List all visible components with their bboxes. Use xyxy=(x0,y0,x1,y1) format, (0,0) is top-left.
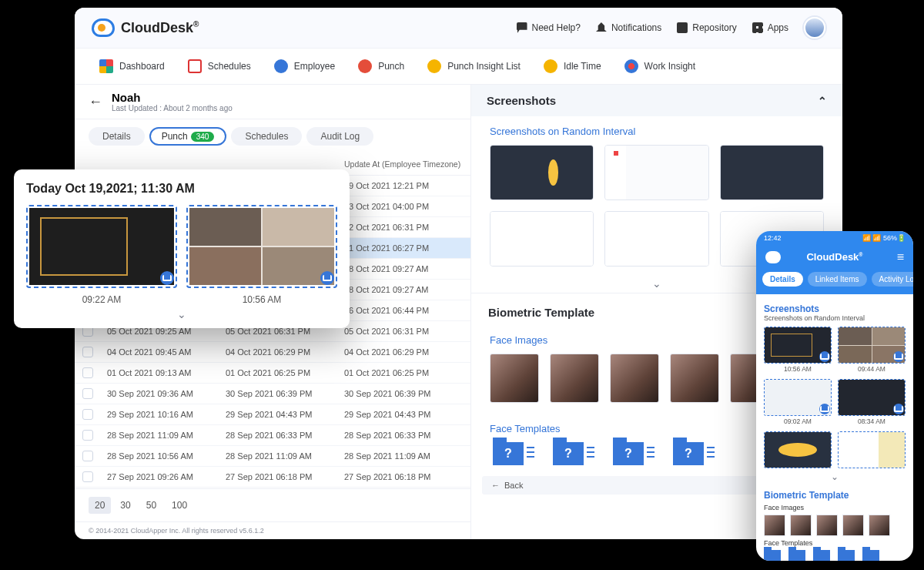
face-image[interactable] xyxy=(610,354,659,403)
popup-screenshot[interactable] xyxy=(186,205,337,288)
tab-audit-log[interactable]: Audit Log xyxy=(306,127,373,146)
screenshots-title: Screenshots xyxy=(487,94,556,107)
apps-link[interactable]: Apps xyxy=(752,22,788,33)
row-checkbox[interactable] xyxy=(82,409,93,420)
tab-punch[interactable]: Punch340 xyxy=(149,127,227,146)
user-avatar[interactable] xyxy=(804,17,825,39)
phone-face[interactable] xyxy=(764,515,785,536)
page-size-30[interactable]: 30 xyxy=(114,497,136,514)
nav-punch-insight[interactable]: Punch Insight List xyxy=(417,55,531,78)
nav-dashboard[interactable]: Dashboard xyxy=(89,55,176,78)
phone-face-row xyxy=(764,515,906,536)
face-image[interactable] xyxy=(550,354,599,403)
phone-screenshot[interactable] xyxy=(764,327,832,364)
notifications-link[interactable]: Notifications xyxy=(596,22,661,33)
row-checkbox[interactable] xyxy=(82,430,93,441)
template-folder[interactable]: ? xyxy=(613,442,644,465)
page-size-selector: 20 30 50 100 xyxy=(75,488,470,521)
cell: 04 Oct 2021 06:29 PM xyxy=(226,347,344,357)
nav-idle-time[interactable]: Idle Time xyxy=(533,55,612,78)
phone-screenshot[interactable] xyxy=(838,379,906,416)
cell: 11 Oct 2021 06:27 PM xyxy=(344,243,463,253)
screenshot-thumb[interactable] xyxy=(490,145,594,200)
main-nav: Dashboard Schedules Employee Punch Punch… xyxy=(75,49,842,85)
row-checkbox[interactable] xyxy=(82,451,93,461)
punch-count-badge: 340 xyxy=(191,132,215,142)
table-row[interactable]: 28 Sep 2021 10:56 AM28 Sep 2021 11:09 AM… xyxy=(75,446,470,467)
back-arrow-icon[interactable]: ← xyxy=(89,94,102,110)
phone-body[interactable]: Screenshots Screenshots on Random Interv… xyxy=(756,294,913,561)
cell: 01 Oct 2021 06:25 PM xyxy=(226,368,344,377)
hamburger-icon[interactable]: ≡ xyxy=(897,250,904,264)
table-row[interactable]: 27 Sep 2021 09:26 AM27 Sep 2021 06:18 PM… xyxy=(75,467,470,488)
cell: 04 Oct 2021 09:45 AM xyxy=(107,347,226,357)
tab-details[interactable]: Details xyxy=(89,127,145,146)
phone-tab-linked[interactable]: Linked Items xyxy=(808,272,867,287)
phone-screenshot[interactable] xyxy=(764,431,832,468)
popup-title: Today Oct 19,2021; 11:30 AM xyxy=(26,182,337,196)
cell: 28 Sep 2021 06:33 PM xyxy=(344,431,463,440)
popup-screenshot[interactable] xyxy=(26,205,177,288)
phone-face[interactable] xyxy=(816,515,838,536)
phone-folder[interactable] xyxy=(788,550,805,561)
table-row[interactable]: 04 Oct 2021 09:45 AM04 Oct 2021 06:29 PM… xyxy=(75,342,470,363)
chevron-up-icon[interactable]: ⌃ xyxy=(818,95,827,107)
phone-tab-activity[interactable]: Activity Log xyxy=(872,272,914,287)
row-checkbox[interactable] xyxy=(82,347,93,357)
star-icon xyxy=(544,59,557,73)
row-checkbox[interactable] xyxy=(82,367,93,378)
phone-screenshot[interactable] xyxy=(838,327,906,364)
phone-tab-details[interactable]: Details xyxy=(762,272,803,287)
page-size-100[interactable]: 100 xyxy=(166,497,193,514)
nav-work-insight[interactable]: Work Insight xyxy=(614,55,706,78)
table-row[interactable]: 01 Oct 2021 09:13 AM01 Oct 2021 06:25 PM… xyxy=(75,363,470,384)
phone-folder[interactable] xyxy=(764,550,781,561)
back-arrow-icon: ← xyxy=(491,481,500,490)
page-size-20[interactable]: 20 xyxy=(89,497,111,514)
phone-status-bar: 12:42📶 📶 56%🔋 xyxy=(756,231,913,245)
table-row[interactable]: 30 Sep 2021 09:36 AM30 Sep 2021 06:39 PM… xyxy=(75,384,470,404)
template-folder[interactable]: ? xyxy=(493,442,524,465)
phone-screenshot[interactable] xyxy=(838,431,906,468)
popup-expand-icon[interactable]: ⌄ xyxy=(26,305,337,324)
template-folder[interactable]: ? xyxy=(673,442,704,465)
bell-icon xyxy=(596,22,607,33)
table-row[interactable]: 29 Sep 2021 10:16 AM29 Sep 2021 04:43 PM… xyxy=(75,404,470,425)
template-folder[interactable]: ? xyxy=(553,442,584,465)
phone-folder[interactable] xyxy=(813,550,830,561)
screenshot-thumb[interactable] xyxy=(490,211,594,267)
cell: 06 Oct 2021 06:44 PM xyxy=(344,306,463,315)
screenshots-panel-header[interactable]: Screenshots ⌃ xyxy=(471,85,842,116)
app-logo[interactable]: CloudDesk® xyxy=(92,18,199,37)
phone-screenshot[interactable] xyxy=(764,379,832,416)
nav-punch[interactable]: Punch xyxy=(347,55,415,78)
person-icon xyxy=(274,59,288,73)
phone-face[interactable] xyxy=(790,515,812,536)
repository-link[interactable]: Repository xyxy=(677,22,736,33)
phone-face[interactable] xyxy=(842,515,864,536)
table-row[interactable]: 28 Sep 2021 11:09 AM28 Sep 2021 06:33 PM… xyxy=(75,425,470,446)
phone-face[interactable] xyxy=(869,515,890,536)
need-help-link[interactable]: Need Help? xyxy=(517,22,581,33)
nav-employee[interactable]: Employee xyxy=(263,55,346,78)
phone-expand-icon[interactable]: ⌄ xyxy=(764,470,906,484)
cell: 29 Sep 2021 10:16 AM xyxy=(107,410,226,419)
cloud-icon xyxy=(765,251,781,263)
cell: 13 Oct 2021 04:00 PM xyxy=(344,202,463,211)
camera-icon xyxy=(320,271,334,285)
camera-icon xyxy=(819,351,830,362)
screenshot-thumb[interactable] xyxy=(604,145,708,200)
row-checkbox[interactable] xyxy=(82,388,93,399)
phone-folder[interactable] xyxy=(862,550,879,561)
row-checkbox[interactable] xyxy=(82,471,93,482)
page-size-50[interactable]: 50 xyxy=(140,497,162,514)
phone-folder[interactable] xyxy=(838,550,855,561)
nav-schedules[interactable]: Schedules xyxy=(177,55,262,78)
face-image[interactable] xyxy=(490,354,539,403)
screenshot-thumb[interactable] xyxy=(720,145,824,200)
screenshot-thumb[interactable] xyxy=(604,211,708,267)
cell: 27 Sep 2021 06:18 PM xyxy=(344,472,463,481)
phone-biometric-title: Biometric Template xyxy=(764,490,906,501)
face-image[interactable] xyxy=(670,354,719,403)
tab-schedules[interactable]: Schedules xyxy=(231,127,302,146)
